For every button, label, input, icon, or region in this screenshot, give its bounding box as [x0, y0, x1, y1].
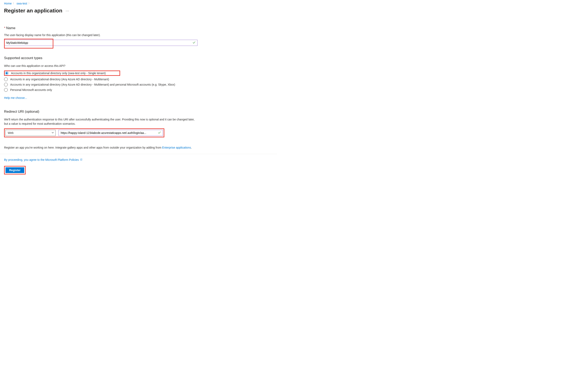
- app-name-input[interactable]: [4, 40, 197, 46]
- enterprise-apps-note: Register an app you're working on here. …: [4, 145, 273, 150]
- radio-label: Personal Microsoft accounts only: [10, 88, 52, 91]
- account-type-personal-only[interactable]: Personal Microsoft accounts only: [4, 88, 273, 92]
- breadcrumb: Home 〉 swa-test 〉: [4, 2, 273, 5]
- account-type-single-tenant[interactable]: Accounts in this organizational director…: [5, 71, 119, 75]
- radio-icon: [4, 77, 8, 81]
- breadcrumb-tenant[interactable]: swa-test: [17, 2, 27, 5]
- external-link-icon: [80, 158, 83, 161]
- redirect-uri-helper: We'll return the authentication response…: [4, 117, 195, 126]
- radio-label: Accounts in any organizational directory…: [10, 83, 175, 86]
- radio-label: Accounts in any organizational directory…: [10, 78, 109, 81]
- redirect-uri-input[interactable]: [59, 130, 163, 136]
- platform-select[interactable]: Web: [5, 130, 56, 136]
- account-types-header: Supported account types: [4, 56, 273, 60]
- redirect-uri-header: Redirect URI (optional): [4, 110, 273, 114]
- account-type-multitenant-personal[interactable]: Accounts in any organizational directory…: [4, 83, 273, 86]
- checkmark-icon: [158, 131, 161, 135]
- platform-select-value: Web: [8, 131, 14, 135]
- account-types-helper: Who can use this application or access t…: [4, 64, 273, 68]
- checkmark-icon: [193, 41, 195, 45]
- breadcrumb-home[interactable]: Home: [4, 2, 12, 5]
- radio-label: Accounts in this organizational director…: [11, 71, 106, 75]
- more-actions-icon[interactable]: ⋯: [65, 9, 69, 13]
- radio-icon: [5, 71, 9, 75]
- required-indicator: *: [4, 26, 5, 30]
- help-me-choose-link[interactable]: Help me choose...: [4, 96, 27, 99]
- register-button[interactable]: Register: [5, 167, 24, 173]
- page-title: Register an application: [4, 7, 62, 14]
- chevron-right-icon: 〉: [28, 2, 31, 5]
- enterprise-applications-link[interactable]: Enterprise applications: [162, 146, 191, 149]
- platform-policies-link[interactable]: By proceeding, you agree to the Microsof…: [4, 158, 83, 161]
- account-type-multitenant[interactable]: Accounts in any organizational directory…: [4, 77, 273, 81]
- account-types-radio-group: Accounts in this organizational director…: [4, 70, 273, 92]
- radio-icon: [4, 83, 8, 86]
- name-label: Name: [6, 26, 15, 30]
- radio-icon: [4, 88, 8, 92]
- name-helper: The user-facing display name for this ap…: [4, 33, 273, 37]
- chevron-right-icon: 〉: [13, 2, 15, 5]
